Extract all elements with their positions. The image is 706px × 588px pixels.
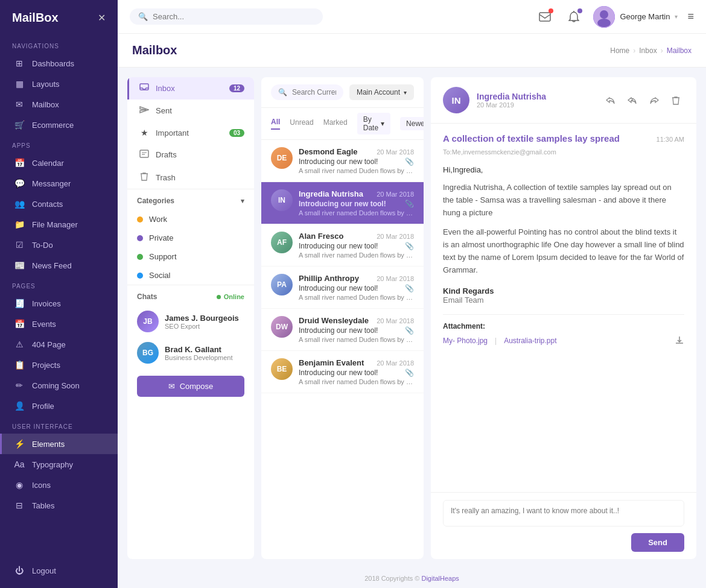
folder-important[interactable]: ★ Important 03 [127,122,254,144]
mail-subject: Introducing our new tool! [299,200,386,208]
sidebar-close-icon[interactable]: ✕ [98,12,106,24]
mail-preview: A small river named Duden flows by their… [299,336,414,343]
chat-info-brad: Brad K. Gallant Business Development [165,345,233,361]
mail-account-select[interactable]: Main Account ▾ [349,84,414,100]
categories-header[interactable]: Categories ▾ [127,189,254,210]
folder-drafts[interactable]: Drafts [127,144,254,166]
download-icon[interactable] [675,335,684,347]
attachment-file-2[interactable]: Australia-trip.ppt [504,337,556,345]
mail-preview: A small river named Duden flows by their… [299,378,414,385]
sidebar-item-profile[interactable]: 👤 Profile [0,396,118,416]
ui-section-label: USER INTERFACE [0,416,118,434]
attachment-file-1[interactable]: My- Photo.jpg [443,337,488,345]
filter-all[interactable]: All [271,118,280,130]
detail-sender-date: 20 Mar 2019 [477,101,595,109]
reply-all-icon[interactable] [624,92,641,109]
attachment-section: Attachment: My- Photo.jpg | Australia-tr… [443,314,684,347]
mail-item[interactable]: PA Phillip Anthropy 20 Mar 2018 Introduc… [261,267,424,309]
email-notification-icon[interactable] [535,7,555,27]
attachment-icon: 📎 [405,368,414,377]
sort-by-dropdown[interactable]: By Date ▾ [357,113,390,134]
order-label: Newest [406,119,424,128]
order-dropdown[interactable]: Newest ▾ [400,117,424,130]
mail-avatar: AF [271,232,293,253]
folder-inbox[interactable]: Inbox 12 [127,77,254,100]
mail-item[interactable]: IN Ingredia Nutrisha 20 Mar 2018 Introdu… [261,182,424,224]
sidebar-item-ecommerce[interactable]: 🛒 Ecommerce [0,115,118,135]
mail-preview: A small river named Duden flows by their… [299,294,414,301]
user-name: George Martin [620,12,670,21]
sidebar-item-logout[interactable]: ⏻ Logout [0,560,118,581]
sidebar-item-layouts[interactable]: ▦ Layouts [0,74,118,94]
pages-section-label: PAGES [0,276,118,293]
chat-avatar-james: JB [137,311,159,332]
sidebar-item-todo[interactable]: ☑ To-Do [0,235,118,255]
sidebar-item-invoices[interactable]: 🧾 Invoices [0,293,118,314]
sidebar-item-calendar[interactable]: 📅 Calendar [0,153,118,173]
search-input[interactable] [153,12,314,21]
attachment-icon: 📎 [405,284,414,292]
page-header: Mailbox Home › Inbox › Mailbox [118,34,706,68]
chat-name-james: James J. Bourgeois [165,314,239,323]
chat-item-brad[interactable]: BG Brad K. Gallant Business Development [127,337,254,368]
delete-icon[interactable] [667,92,684,109]
breadcrumb-sep1: › [633,46,635,55]
mail-item[interactable]: AF Alan Fresco 20 Mar 2018 Introducing o… [261,224,424,267]
sidebar-item-label: Calendar [32,159,106,168]
sidebar-item-file-manager[interactable]: 📁 File Manager [0,214,118,235]
user-avatar-area[interactable]: George Martin ▾ [593,6,678,28]
category-social[interactable]: Social [127,266,254,285]
user-avatar [593,6,615,28]
category-support[interactable]: Support [127,247,254,266]
sidebar-item-coming-soon[interactable]: ✏ Coming Soon [0,375,118,396]
sidebar-item-dashboards[interactable]: ⊞ Dashboards [0,53,118,74]
filter-marked[interactable]: Marked [323,118,348,129]
send-button[interactable]: Send [631,533,684,552]
sidebar-item-label: Contacts [32,200,106,209]
sidebar-item-elements[interactable]: ⚡ Elements [0,434,118,454]
sidebar-item-icons[interactable]: ◉ Icons [0,475,118,495]
sidebar-item-mailbox[interactable]: ✉ Mailbox [0,94,118,115]
mail-detail-body: A collection of textile samples lay spre… [431,124,696,492]
breadcrumb-inbox[interactable]: Inbox [639,46,657,55]
profile-icon: 👤 [14,401,25,411]
folder-sent[interactable]: Sent [127,100,254,122]
sidebar-item-events[interactable]: 📅 Events [0,314,118,334]
footer-brand[interactable]: DigitalHeaps [421,575,459,582]
hamburger-icon[interactable]: ≡ [687,10,694,23]
filter-unread[interactable]: Unread [290,118,313,129]
mail-search-input[interactable] [292,88,336,96]
mail-item[interactable]: DW Druid Wensleydale 20 Mar 2018 Introdu… [261,309,424,351]
sidebar-item-projects[interactable]: 📋 Projects [0,355,118,375]
breadcrumb: Home › Inbox › Mailbox [610,46,692,55]
reply-icon[interactable] [602,92,619,109]
sidebar-item-contacts[interactable]: 👥 Contacts [0,194,118,214]
sidebar-item-newsfeed[interactable]: 📰 News Feed [0,255,118,276]
apps-section-label: APPS [0,135,118,153]
chat-item-james[interactable]: JB James J. Bourgeois SEO Export [127,306,254,337]
sidebar-item-tables[interactable]: ⊟ Tables [0,495,118,516]
elements-icon: ⚡ [14,439,25,449]
sidebar-item-label: Mailbox [32,100,106,109]
sidebar-item-typography[interactable]: Aa Typography [0,454,118,475]
sidebar-item-404[interactable]: ⚠ 404 Page [0,334,118,355]
category-work[interactable]: Work [127,210,254,229]
attachment-icon: 📎 [405,157,414,166]
category-private[interactable]: Private [127,229,254,247]
compose-button[interactable]: ✉ Compose [137,376,244,397]
forward-icon[interactable] [646,92,663,109]
mail-list-header: 🔍 Main Account ▾ [261,77,424,108]
sidebar-item-label: Layouts [32,80,106,89]
sidebar-item-label: Profile [32,402,106,411]
sidebar-item-messanger[interactable]: 💬 Messanger [0,173,118,194]
folder-trash[interactable]: Trash [127,166,254,189]
breadcrumb-home[interactable]: Home [610,46,629,55]
coming-soon-icon: ✏ [14,381,25,390]
chevron-down-icon: ▾ [675,13,678,20]
compose-icon: ✉ [168,382,175,391]
mail-item[interactable]: DE Desmond Eagle 20 Mar 2018 Introducing… [261,140,424,182]
notification-bell-icon[interactable] [564,7,584,27]
mail-item[interactable]: BE Benjamin Evalent 20 Mar 2018 Introduc… [261,351,424,393]
detail-sig-team: Email Team [443,296,684,305]
reply-input[interactable] [443,500,684,526]
